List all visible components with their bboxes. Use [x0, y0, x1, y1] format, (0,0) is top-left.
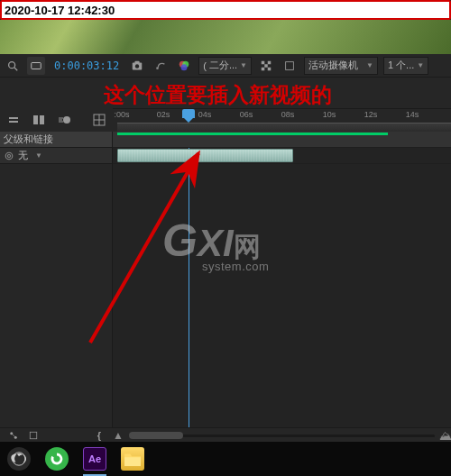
zoom-out-icon[interactable]: ▲: [113, 430, 124, 441]
taskbar-app-obs[interactable]: [0, 442, 38, 476]
svg-rect-4: [135, 60, 140, 63]
graph-editor-icon[interactable]: [91, 112, 107, 128]
resolution-dropdown[interactable]: (二分...▼: [198, 57, 252, 75]
after-effects-icon: Ae: [83, 447, 106, 471]
ruler-tick-label: 04s: [198, 110, 212, 119]
shy-toggle-icon[interactable]: [5, 112, 22, 128]
time-ruler[interactable]: :00s02s04s06s08s10s12s14s: [113, 108, 451, 132]
svg-rect-10: [268, 60, 272, 64]
svg-point-20: [8, 154, 11, 157]
timestamp-bar: 2020-10-17 12:42:30: [0, 0, 451, 20]
ruler-tick-label: :00s: [114, 110, 129, 119]
camera-dropdown[interactable]: 活动摄像机▼: [304, 57, 378, 75]
folder-icon: [121, 447, 144, 471]
playhead-line[interactable]: [189, 132, 189, 427]
video-clip[interactable]: [117, 149, 293, 162]
chevron-down-icon[interactable]: ▼: [35, 151, 42, 160]
timeline-footer: { ▲ ⛰: [0, 427, 451, 442]
camera-label: 活动摄像机: [308, 59, 358, 72]
svg-rect-12: [262, 67, 265, 70]
svg-point-8: [181, 64, 188, 70]
resolution-label: 二分...: [209, 59, 237, 72]
snapshot-icon[interactable]: [128, 57, 146, 75]
taskbar-app-after-effects[interactable]: Ae: [76, 442, 114, 476]
ruler-tick-label: 12s: [364, 110, 378, 119]
obs-icon: [7, 447, 31, 471]
zoom-in-icon[interactable]: ⛰: [440, 430, 451, 441]
hand-tool-icon[interactable]: [27, 57, 45, 75]
windows-taskbar: Ae: [0, 442, 451, 476]
svg-rect-1: [32, 62, 41, 69]
parent-link-header: 父级和链接: [0, 132, 112, 148]
svg-rect-11: [264, 64, 268, 68]
transparency-grid-icon[interactable]: [257, 57, 275, 75]
ruler-tick-label: 14s: [406, 110, 419, 119]
annotation-text: 这个位置要插入新视频的: [104, 81, 332, 109]
color-mgmt-icon[interactable]: [175, 57, 193, 75]
pickwhip-icon[interactable]: [4, 151, 14, 161]
viewer-toolbar: 0:00:03:12 (二分...▼ 活动摄像机▼ 1 个...▼: [0, 54, 451, 78]
svg-rect-13: [268, 67, 272, 70]
after-effects-panel: 0:00:03:12 (二分...▼ 活动摄像机▼ 1 个...▼ 这个位置要插…: [0, 54, 451, 442]
timeline-area[interactable]: [113, 132, 451, 427]
taskbar-app-360[interactable]: [38, 442, 76, 476]
frame-blend-icon[interactable]: [31, 112, 47, 128]
views-dropdown[interactable]: 1 个...▼: [383, 57, 428, 75]
zoom-slider-thumb[interactable]: [129, 432, 183, 439]
layer-row[interactable]: 无 ▼: [0, 148, 112, 164]
parent-none-label: 无: [18, 149, 28, 162]
timeline-icon-row: [0, 108, 113, 132]
motion-blur-icon[interactable]: [56, 112, 72, 128]
svg-rect-14: [286, 61, 294, 69]
svg-rect-15: [33, 115, 38, 124]
ruler-tick-label: 10s: [323, 110, 336, 119]
taskbar-app-explorer[interactable]: [114, 442, 152, 476]
magnify-icon[interactable]: [4, 57, 22, 75]
svg-point-5: [156, 67, 159, 69]
browser-360-icon: [45, 447, 69, 471]
ruler-tick-label: 08s: [281, 110, 295, 119]
playhead-indicator[interactable]: [182, 109, 195, 118]
timeline-layer-row[interactable]: [113, 148, 451, 164]
svg-point-19: [5, 152, 13, 160]
channel-icon[interactable]: [152, 57, 170, 75]
parent-link-header-label: 父级和链接: [4, 133, 53, 146]
svg-rect-16: [40, 115, 44, 124]
timeline-header-row: [113, 132, 451, 148]
svg-point-3: [135, 64, 139, 68]
toggle-modes-icon[interactable]: [27, 429, 40, 442]
composition-duration-bar: [117, 133, 388, 135]
current-timecode[interactable]: 0:00:03:12: [51, 60, 123, 72]
timestamp-text: 2020-10-17 12:42:30: [5, 4, 115, 17]
svg-point-0: [9, 61, 15, 68]
ruler-tick-label: 02s: [157, 110, 170, 119]
toggle-switches-icon[interactable]: [7, 429, 20, 442]
svg-rect-23: [30, 432, 37, 439]
layer-panel-left: 父级和链接 无 ▼: [0, 132, 113, 427]
ruler-tick-label: 06s: [240, 110, 253, 119]
zoom-slider[interactable]: [129, 431, 435, 440]
views-label: 1 个...: [388, 59, 414, 72]
bracket-open-icon[interactable]: {: [93, 429, 106, 442]
region-icon[interactable]: [281, 57, 299, 75]
svg-rect-9: [262, 60, 265, 64]
svg-point-17: [63, 116, 70, 124]
